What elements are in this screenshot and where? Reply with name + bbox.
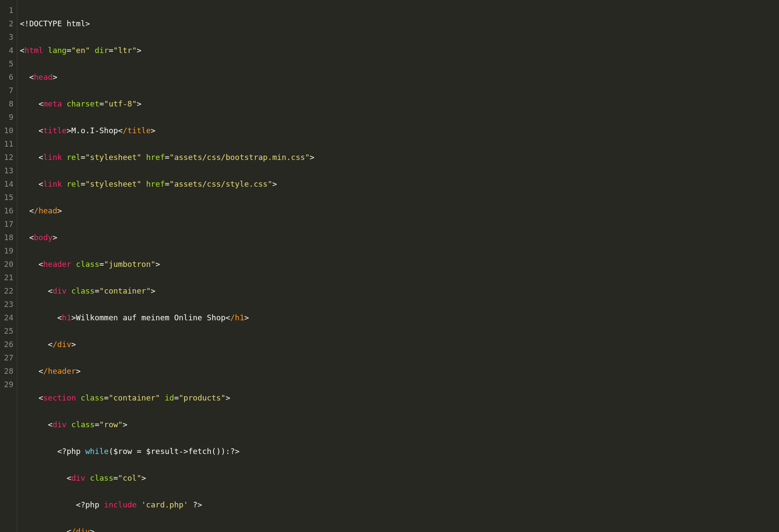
line-number-gutter: 1 2 3 4 5 6 7 8 9 10 11 12 13 14 15 16 1…: [0, 0, 17, 532]
code-line[interactable]: <section class="container" id="products"…: [20, 391, 779, 404]
line-number: 18: [2, 231, 13, 244]
line-number: 10: [2, 124, 13, 137]
line-number: 2: [2, 17, 13, 30]
line-number: 11: [2, 137, 13, 150]
line-number: 28: [2, 364, 13, 378]
code-line[interactable]: </header>: [20, 364, 779, 378]
code-line[interactable]: </div>: [20, 525, 779, 532]
code-line[interactable]: </head>: [20, 204, 779, 217]
code-line[interactable]: <head>: [20, 70, 779, 84]
line-number: 9: [2, 110, 13, 124]
code-line[interactable]: </div>: [20, 338, 779, 351]
code-line[interactable]: <?php include 'card.php' ?>: [20, 498, 779, 511]
code-line[interactable]: <title>M.o.I-Shop</title>: [20, 124, 779, 137]
line-number: 25: [2, 324, 13, 338]
code-line[interactable]: <h1>Wilkommen auf meinem Online Shop</h1…: [20, 311, 779, 324]
code-line[interactable]: <div class="container">: [20, 284, 779, 297]
code-line[interactable]: <header class="jumbotron">: [20, 257, 779, 271]
line-number: 1: [2, 3, 13, 17]
line-number: 5: [2, 57, 13, 70]
code-line[interactable]: <div class="row">: [20, 418, 779, 431]
line-number: 6: [2, 70, 13, 84]
line-number: 8: [2, 97, 13, 110]
line-number: 13: [2, 164, 13, 177]
code-editor[interactable]: 1 2 3 4 5 6 7 8 9 10 11 12 13 14 15 16 1…: [0, 0, 779, 532]
line-number: 14: [2, 177, 13, 191]
code-line[interactable]: <link rel="stylesheet" href="assets/css/…: [20, 150, 779, 164]
line-number: 23: [2, 297, 13, 311]
code-area[interactable]: <!DOCTYPE html> <html lang="en" dir="ltr…: [17, 0, 779, 532]
code-line[interactable]: <link rel="stylesheet" href="assets/css/…: [20, 177, 779, 191]
line-number: 12: [2, 150, 13, 164]
line-number: 29: [2, 378, 13, 391]
line-number: 22: [2, 284, 13, 297]
line-number: 3: [2, 30, 13, 44]
line-number: 19: [2, 244, 13, 257]
line-number: 26: [2, 338, 13, 351]
line-number: 17: [2, 217, 13, 231]
code-line[interactable]: <meta charset="utf-8">: [20, 97, 779, 110]
line-number: [2, 391, 13, 404]
line-number: 4: [2, 44, 13, 57]
line-number: 27: [2, 351, 13, 364]
line-number: 20: [2, 257, 13, 271]
code-line[interactable]: <body>: [20, 231, 779, 244]
code-line[interactable]: <div class="col">: [20, 471, 779, 485]
code-line[interactable]: <html lang="en" dir="ltr">: [20, 44, 779, 57]
line-number: 7: [2, 84, 13, 97]
code-line[interactable]: <?php while($row = $result->fetch()):?>: [20, 444, 779, 458]
line-number: 15: [2, 191, 13, 204]
code-line[interactable]: <!DOCTYPE html>: [20, 17, 779, 30]
line-number: 24: [2, 311, 13, 324]
line-number: 21: [2, 271, 13, 284]
line-number: 16: [2, 204, 13, 217]
